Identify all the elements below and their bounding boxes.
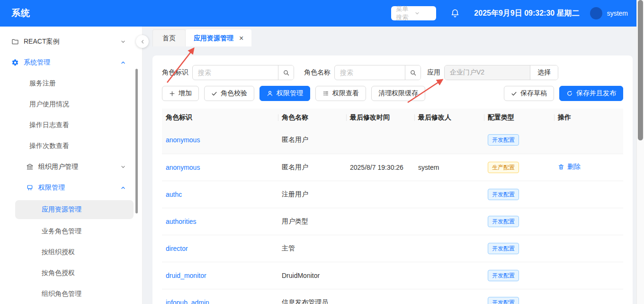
toolbar: 增加 角色校验 权限管理 权限查看 清理权限缓存 保存草稿 — [162, 86, 623, 101]
menu-search-placeholder: 菜单搜索 — [396, 5, 414, 22]
status-badge: 生产配置 — [488, 162, 519, 173]
role-id-link[interactable]: authorities — [166, 218, 197, 225]
sidebar-item-react-case[interactable]: REACT案例 — [0, 31, 142, 52]
role-id-link[interactable]: anonymous — [166, 164, 200, 171]
sidebar: REACT案例 系统管理 服务注册 用户使用情况 操作日志查看 操作次数查看 组… — [0, 27, 143, 304]
table-row: anonymous 匿名用户 2025/8/7 19:30:26 system … — [162, 154, 623, 181]
modified-by-cell — [414, 127, 484, 154]
col-role-id: 角色标识 — [162, 109, 278, 127]
tab-app-resource-management[interactable]: 应用资源管理 × — [186, 29, 251, 46]
table-row: druid_monitor DruidMonitor 开发配置 — [162, 262, 623, 289]
sidebar-item-auth-by-role[interactable]: 按角色授权 — [15, 263, 134, 284]
role-id-link[interactable]: director — [166, 245, 188, 252]
role-id-link[interactable]: authc — [166, 191, 182, 198]
sidebar-item-label: 按组织授权 — [42, 248, 75, 257]
check-icon — [511, 91, 517, 97]
role-id-input[interactable] — [193, 65, 278, 80]
perm-view-button[interactable]: 权限查看 — [315, 86, 366, 101]
notification-bell-icon[interactable] — [450, 9, 460, 18]
content-card: 角色标识 角色名称 应用 选择 — [152, 55, 633, 304]
role-name-cell: 注册用户 — [278, 181, 346, 208]
sidebar-item-org-role-management[interactable]: 组织角色管理 — [15, 284, 134, 304]
role-table: 角色标识 角色名称 最后修改时间 最后修改人 配置类型 操作 anonymous… — [162, 109, 623, 304]
close-icon[interactable]: × — [239, 35, 243, 42]
sidebar-item-label: 组织用户管理 — [38, 163, 78, 171]
sync-icon — [566, 90, 573, 97]
sidebar-collapse-button[interactable] — [136, 35, 149, 48]
status-badge: 开发配置 — [488, 189, 519, 200]
chevron-left-icon — [140, 39, 145, 45]
role-name-label: 角色名称 — [304, 68, 331, 77]
role-name-cell: 匿名用户 — [278, 127, 346, 154]
status-badge: 开发配置 — [488, 216, 519, 227]
main-content: 首页 应用资源管理 × 角色标识 角色名称 应用 — [143, 27, 636, 304]
modified-time-cell: 2025/8/7 19:30:26 — [346, 154, 414, 181]
sidebar-item-label: 应用资源管理 — [42, 205, 81, 214]
sidebar-item-label: 用户使用情况 — [29, 100, 69, 109]
role-id-link[interactable]: druid_monitor — [166, 272, 206, 279]
clear-cache-button[interactable]: 清理权限缓存 — [371, 86, 425, 101]
col-actions: 操作 — [554, 109, 623, 127]
sidebar-item-label: 操作日志查看 — [29, 121, 69, 129]
app-logo[interactable]: 系统 — [11, 7, 30, 19]
sidebar-item-label: 按角色授权 — [42, 269, 75, 277]
tab-home[interactable]: 首页 — [152, 29, 186, 46]
app-input — [445, 65, 530, 80]
role-name-cell: 用户类型 — [278, 208, 346, 235]
col-modified-time: 最后修改时间 — [346, 109, 414, 127]
app-label: 应用 — [427, 68, 440, 77]
tab-bar: 首页 应用资源管理 × — [143, 27, 636, 46]
trash-icon — [558, 164, 564, 170]
table-row: director 主管 开发配置 — [162, 235, 623, 262]
role-name-input[interactable] — [335, 65, 405, 80]
check-icon — [211, 91, 217, 97]
tab-label: 首页 — [162, 34, 176, 43]
delete-button[interactable]: 删除 — [558, 163, 581, 171]
tab-label: 应用资源管理 — [194, 34, 233, 43]
col-modified-by: 最后修改人 — [414, 109, 484, 127]
filter-row: 角色标识 角色名称 应用 选择 — [162, 65, 623, 80]
sidebar-item-system-management[interactable]: 系统管理 — [0, 52, 142, 73]
sidebar-item-user-usage[interactable]: 用户使用情况 — [0, 94, 142, 115]
sidebar-item-business-role-management[interactable]: 业务角色管理 — [15, 221, 134, 242]
sidebar-item-org-user-management[interactable]: 组织用户管理 — [0, 157, 142, 177]
sidebar-item-permission-management[interactable]: 权限管理 — [0, 177, 142, 198]
status-badge: 开发配置 — [488, 134, 519, 146]
status-badge: 开发配置 — [488, 270, 519, 281]
modified-time-cell — [346, 127, 414, 154]
page-scrollbar[interactable] — [636, 0, 644, 304]
role-id-label: 角色标识 — [162, 68, 188, 77]
page-scrollbar-thumb[interactable] — [638, 0, 643, 140]
col-config-type: 配置类型 — [484, 109, 554, 127]
sidebar-item-operation-count[interactable]: 操作次数查看 — [0, 136, 142, 157]
save-draft-button[interactable]: 保存草稿 — [504, 86, 554, 101]
sidebar-item-app-resource-management[interactable]: 应用资源管理 — [15, 200, 134, 219]
status-badge: 开发配置 — [488, 297, 519, 304]
username[interactable]: system — [607, 9, 628, 17]
gear-icon — [11, 59, 19, 66]
save-publish-button[interactable]: 保存并且发布 — [559, 86, 623, 101]
sidebar-item-service-register[interactable]: 服务注册 — [0, 73, 142, 94]
permission-icon — [26, 184, 34, 192]
bank-icon — [26, 163, 34, 171]
app-select-button[interactable]: 选择 — [530, 65, 558, 80]
role-name-cell: 信息发布管理员 — [278, 289, 346, 304]
sidebar-item-operation-log[interactable]: 操作日志查看 — [0, 115, 142, 136]
perm-manage-button[interactable]: 权限管理 — [259, 86, 310, 101]
search-icon[interactable] — [278, 65, 294, 80]
avatar[interactable] — [590, 7, 602, 19]
role-id-link[interactable]: infopub_admin — [166, 299, 209, 304]
role-id-link[interactable]: anonymous — [166, 136, 200, 144]
modified-by-cell: system — [414, 154, 484, 181]
role-check-button[interactable]: 角色校验 — [204, 86, 254, 101]
sidebar-scrollbar[interactable] — [135, 69, 138, 213]
search-icon[interactable] — [405, 65, 420, 80]
table-row: infopub_admin 信息发布管理员 开发配置 — [162, 289, 623, 304]
chevron-up-icon — [120, 185, 126, 191]
sidebar-item-auth-by-org[interactable]: 按组织授权 — [15, 242, 134, 263]
sidebar-menu: REACT案例 系统管理 服务注册 用户使用情况 操作日志查看 操作次数查看 组… — [0, 27, 142, 304]
add-button[interactable]: 增加 — [162, 86, 199, 101]
header-right: 菜单搜索 2025年9月9日 09:32:30 星期二 system — [391, 6, 636, 20]
table-row: authc 注册用户 开发配置 — [162, 181, 623, 208]
menu-search-select[interactable]: 菜单搜索 — [391, 6, 436, 20]
